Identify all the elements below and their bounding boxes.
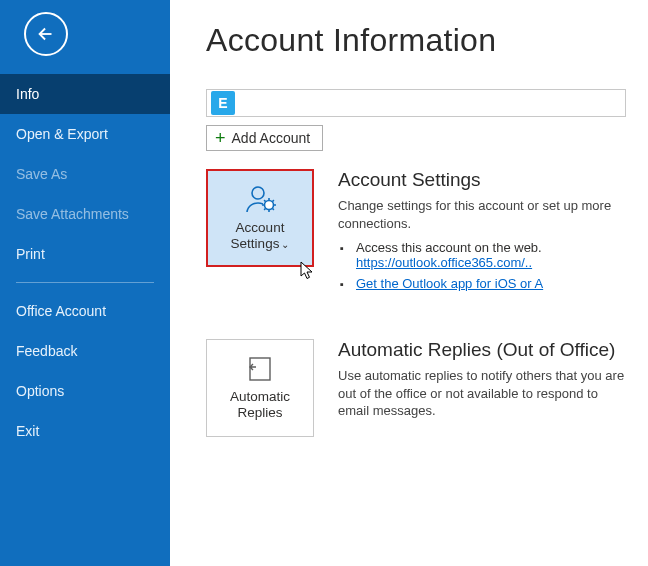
automatic-replies-icon <box>245 355 275 383</box>
account-settings-heading: Account Settings <box>338 169 630 191</box>
cursor-icon <box>300 261 316 281</box>
svg-point-0 <box>252 187 264 199</box>
account-settings-desc: Change settings for this account or set … <box>338 197 630 232</box>
add-account-label: Add Account <box>232 130 311 146</box>
sidebar-separator <box>16 282 154 283</box>
sidebar-item-options[interactable]: Options <box>0 371 170 411</box>
account-settings-tile[interactable]: Account Settings⌄ <box>206 169 314 267</box>
chevron-down-icon: ⌄ <box>281 239 289 250</box>
account-settings-tile-label: Account Settings⌄ <box>208 220 312 252</box>
sidebar-item-open-export[interactable]: Open & Export <box>0 114 170 154</box>
exchange-icon: E <box>211 91 235 115</box>
sidebar-item-save-attachments[interactable]: Save Attachments <box>0 194 170 234</box>
automatic-replies-desc: Use automatic replies to notify others t… <box>338 367 630 420</box>
person-gear-icon <box>242 184 278 214</box>
back-button[interactable] <box>24 12 68 56</box>
add-account-button[interactable]: + Add Account <box>206 125 323 151</box>
get-app-bullet: Get the Outlook app for iOS or A <box>356 276 630 291</box>
automatic-replies-tile[interactable]: Automatic Replies <box>206 339 314 437</box>
outlook-web-link[interactable]: https://outlook.office365.com/.. <box>356 255 532 270</box>
sidebar-item-exit[interactable]: Exit <box>0 411 170 451</box>
sidebar-item-office-account[interactable]: Office Account <box>0 291 170 331</box>
page-title: Account Information <box>206 22 630 59</box>
svg-rect-2 <box>250 358 270 380</box>
automatic-replies-heading: Automatic Replies (Out of Office) <box>338 339 630 361</box>
sidebar-item-print[interactable]: Print <box>0 234 170 274</box>
main-panel: Account Information E + Add Account <box>170 0 648 566</box>
sidebar-item-info[interactable]: Info <box>0 74 170 114</box>
sidebar-item-save-as[interactable]: Save As <box>0 154 170 194</box>
account-selector[interactable]: E <box>206 89 626 117</box>
backstage-sidebar: Info Open & Export Save As Save Attachme… <box>0 0 170 566</box>
svg-point-1 <box>265 200 274 209</box>
get-outlook-app-link[interactable]: Get the Outlook app for iOS or A <box>356 276 543 291</box>
automatic-replies-tile-label: Automatic Replies <box>207 389 313 421</box>
arrow-left-icon <box>35 23 57 45</box>
access-web-bullet: Access this account on the web. https://… <box>356 240 630 270</box>
sidebar-item-feedback[interactable]: Feedback <box>0 331 170 371</box>
plus-icon: + <box>215 131 226 145</box>
